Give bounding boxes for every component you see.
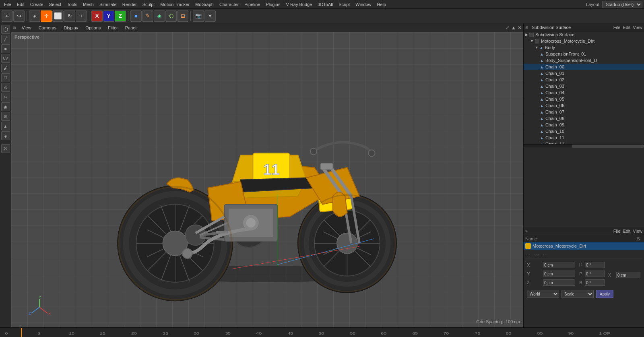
p-input[interactable] [585, 271, 605, 277]
maximize-icon[interactable]: ⤢ [506, 25, 510, 31]
apply-button[interactable]: Apply [596, 290, 613, 298]
snap-tool[interactable]: S [1, 144, 10, 153]
mograph-button[interactable]: ⊞ [177, 10, 188, 22]
model-mode-button[interactable]: ◈ [29, 10, 40, 22]
viewport-menu-display[interactable]: Display [62, 25, 80, 31]
menu-help[interactable]: Help [374, 1, 388, 8]
obj-menu-edit[interactable]: Edit [623, 229, 630, 234]
tree-item-chain09[interactable]: ▲ Chain_09 [524, 122, 644, 128]
paint-button[interactable]: 🖌 [1, 64, 10, 72]
tree-item-chain06[interactable]: ▲ Chain_06 [524, 102, 644, 109]
world-select[interactable]: World [527, 290, 559, 298]
scale-button[interactable]: ⬜ [52, 10, 64, 22]
x-pos-input[interactable] [543, 262, 575, 268]
tree-item-moto[interactable]: ▼ ⬛ Motocross_Motorcycle_Dirt [524, 38, 644, 44]
menu-sculpt[interactable]: Sculpt [140, 1, 157, 8]
move-button[interactable]: ✛ [41, 10, 52, 22]
z-axis-button[interactable]: Z [115, 10, 126, 22]
add-object-button[interactable]: + [76, 10, 87, 22]
tree-item-chain05[interactable]: ▲ Chain_05 [524, 96, 644, 102]
menu-script[interactable]: Script [336, 1, 352, 8]
viewport-menu-cameras[interactable]: Cameras [37, 25, 58, 31]
obj-selected-item[interactable]: Motocross_Motorcycle_Dirt [524, 242, 644, 250]
viewport-close-icon[interactable]: ✕ [518, 25, 522, 31]
viewport-menu-panel[interactable]: Panel [124, 25, 138, 31]
tree-item-chain07[interactable]: ▲ Chain_07 [524, 109, 644, 115]
subdiv-expand-icon[interactable]: ▶ [525, 33, 528, 37]
menu-vray[interactable]: V-Ray Bridge [283, 1, 314, 8]
rotate-button[interactable]: ↻ [64, 10, 75, 22]
tree-item-chain04[interactable]: ▲ Chain_04 [524, 89, 644, 96]
menu-edit[interactable]: Edit [14, 1, 27, 8]
menu-render[interactable]: Render [120, 1, 139, 8]
viewport-canvas[interactable]: Perspective [11, 32, 523, 327]
b-input[interactable] [585, 279, 605, 286]
brush-tool[interactable]: ◉ [1, 102, 10, 111]
point-mode-button[interactable]: ⬡ [1, 25, 10, 34]
menu-tools[interactable]: Tools [64, 1, 80, 8]
menu-simulate[interactable]: Simulate [97, 1, 119, 8]
scene-panel-menu-file[interactable]: File [613, 25, 621, 30]
cube-button[interactable]: ■ [130, 10, 142, 22]
scene-panel-menu-edit[interactable]: Edit [623, 25, 630, 30]
magnet-tool[interactable]: ⊙ [1, 83, 10, 92]
scale-select[interactable]: Scale [561, 290, 594, 298]
tree-item-chain01[interactable]: ▲ Chain_01 [524, 70, 644, 76]
poly-mode-button[interactable]: ■ [1, 44, 10, 53]
redo-button[interactable]: ↪ [13, 10, 25, 22]
tree-item-chain10[interactable]: ▲ Chain_10 [524, 128, 644, 134]
extrude-tool[interactable]: ▲ [1, 122, 10, 130]
menu-3dtoall[interactable]: 3DToAll [315, 1, 335, 8]
bevel-tool[interactable]: ◈ [1, 131, 10, 140]
menu-pipeline[interactable]: Pipeline [242, 1, 262, 8]
obj-menu-view[interactable]: View [633, 229, 642, 234]
tree-item-subdiv[interactable]: ▶ ⬛ Subdivision Surface [524, 31, 644, 38]
tree-item-chain03[interactable]: ▲ Chain_03 [524, 83, 644, 89]
h-input[interactable] [585, 262, 605, 268]
tree-item-body[interactable]: ▼ ▲ Body [524, 44, 644, 51]
layout-dropdown[interactable]: Startup (User) [602, 1, 642, 8]
uv-button[interactable]: UV [1, 54, 10, 63]
menu-window[interactable]: Window [353, 1, 374, 8]
scene-tree[interactable]: ▶ ⬛ Subdivision Surface ▼ ⬛ Motocross_Mo… [524, 31, 644, 144]
scene-tree-scrollbar[interactable] [524, 144, 644, 147]
viewport-menu-options[interactable]: Options [84, 25, 102, 31]
tree-item-suspfront01[interactable]: ▲ SuspensionFront_01 [524, 51, 644, 57]
viewport-menu-view[interactable]: View [20, 25, 33, 31]
viewport-menu-filter[interactable]: Filter [106, 25, 119, 31]
tree-item-chain00[interactable]: ▲ Chain_00 [524, 64, 644, 70]
y-pos-input[interactable] [543, 271, 575, 277]
menu-plugins[interactable]: Plugins [263, 1, 283, 8]
menu-mesh[interactable]: Mesh [80, 1, 96, 8]
x-rot-input[interactable] [616, 272, 640, 278]
menu-motion-tracker[interactable]: Motion Tracker [158, 1, 192, 8]
menu-create[interactable]: Create [28, 1, 46, 8]
x-axis-button[interactable]: X [91, 10, 103, 22]
moto-expand-icon[interactable]: ▼ [530, 39, 534, 43]
menu-file[interactable]: File [2, 1, 14, 8]
spline-button[interactable]: ✎ [142, 10, 153, 22]
nurbs-button[interactable]: ◈ [154, 10, 165, 22]
loop-tool[interactable]: ⊞ [1, 112, 10, 121]
tree-item-chain11[interactable]: ▲ Chain_11 [524, 134, 644, 141]
camera-button[interactable]: 📷 [193, 10, 204, 22]
menu-character[interactable]: Character [217, 1, 241, 8]
y-axis-button[interactable]: Y [103, 10, 114, 22]
menu-select[interactable]: Select [47, 1, 64, 8]
scene-panel-menu-view[interactable]: View [633, 25, 642, 30]
light-button[interactable]: ☀ [204, 10, 216, 22]
tree-item-chain08[interactable]: ▲ Chain_08 [524, 115, 644, 122]
z-pos-input[interactable] [543, 279, 575, 286]
obj-menu-file[interactable]: File [613, 229, 621, 234]
tree-item-chain02[interactable]: ▲ Chain_02 [524, 76, 644, 83]
deformer-button[interactable]: ⬡ [165, 10, 177, 22]
undo-button[interactable]: ↩ [2, 10, 13, 22]
menu-mograph[interactable]: MoGraph [193, 1, 216, 8]
edge-mode-button[interactable]: ╱ [1, 35, 10, 43]
select-tool[interactable]: ☐ [1, 73, 10, 82]
tree-item-bodysusp[interactable]: ▲ Body_SuspensionFront_D [524, 57, 644, 64]
tree-item-chain12[interactable]: ▲ Chain_12 [524, 141, 644, 144]
body-expand-icon[interactable]: ▼ [535, 45, 539, 50]
knife-tool[interactable]: ✂ [1, 93, 10, 101]
viewport-up-icon[interactable]: ▲ [511, 25, 516, 31]
